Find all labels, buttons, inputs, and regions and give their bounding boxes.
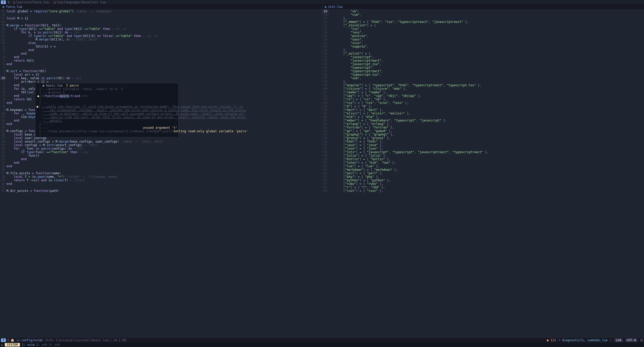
code-line[interactable]: 26 "sass", [322, 38, 644, 41]
code-line[interactable]: 59 ["julia"] = { "julia" }, [322, 154, 644, 157]
code-line[interactable]: 25 "postcss", [322, 34, 644, 38]
right-editor-pane[interactable]: ◉ init.lua 18 "sh",19 "vim",20 },21 ["_e… [322, 5, 644, 338]
buffer-tab[interactable]: ◯lua/core/funcs.lua [12, 1, 50, 4]
code-line[interactable]: 19 "vim", [322, 13, 644, 17]
code-line[interactable]: 67 ["ruby"] = { "ruby" }, [322, 182, 644, 186]
code-line[interactable]: 28 "sugarss", [322, 45, 644, 48]
code-line[interactable]: 51 ["fortran"] = { "fortran" }, [322, 126, 644, 129]
code-line[interactable]: 62 ["lua"] = { "lua" }, [322, 164, 644, 168]
code-line[interactable]: 30 ["_eslint"] = { [322, 52, 644, 55]
code-line[interactable]: 6 end [0, 55, 322, 59]
code-line[interactable]: 31 "javascript", [322, 55, 644, 59]
code-line[interactable]: 57 ["json"] = { "json" }, [322, 147, 644, 150]
code-line[interactable]: 12 if type(v) =="table" and type(tbl1[k]… [0, 34, 322, 38]
code-line[interactable]: 33 "javascript.jsx", [322, 62, 644, 66]
code-line[interactable]: 41 ["cmake"] = { "cmake" }, [322, 91, 644, 94]
code-line[interactable]: 65 ["php"] = { "php" }, [322, 175, 644, 179]
code-line[interactable]: 24 "less", [322, 31, 644, 34]
cwd-path: ~/.config/nvim/ [16, 338, 43, 342]
code-line[interactable]: 26 [0, 168, 322, 171]
code-line[interactable]: 27 "scss", [322, 41, 644, 45]
code-line[interactable]: 60 ["kotlin"] = { "kotlin" }, [322, 157, 644, 161]
code-line[interactable]: 68 ["r"] = { "r", "rmd" }, [322, 186, 644, 189]
code-line[interactable]: 56 ["java"] = { "java" }, [322, 143, 644, 147]
code-line[interactable]: 63 ["markdown"] = { "markdown" }, [322, 168, 644, 171]
code-line[interactable]: 21 ["_emmet"] = { "html", "css", "typesc… [322, 20, 644, 24]
code-line[interactable]: 32 "javascriptreact", [322, 59, 644, 62]
code-line[interactable]: 64 ["perl"] = { "perl" }, [322, 171, 644, 175]
code-line[interactable]: 61 ["latex"] = { "bib", "tex" }, [322, 161, 644, 164]
buffer-tab[interactable]: ◯lua/languages/base/init.lua [52, 1, 107, 4]
code-line[interactable]: 34 "typescript", [322, 66, 644, 69]
tmux-window[interactable]: 3: zsh [49, 343, 60, 346]
code-line[interactable]: 32M.dir_exists = function(path) [0, 189, 322, 193]
code-line[interactable]: 35 "typescriptreact", [322, 69, 644, 73]
code-line[interactable]: 18 [0, 13, 322, 17]
code-line[interactable]: 3 [0, 66, 322, 69]
code-line[interactable]: 23 end [0, 157, 322, 161]
code-line[interactable]: 22 ["_stylelint"] = { [322, 24, 644, 27]
code-line[interactable]: 10 else [0, 41, 322, 45]
code-line[interactable]: 28 local f = io.open(name, "r") :file*? … [0, 175, 322, 179]
code-line[interactable]: 20 for _, func in pairs(configs) do ← (t… [0, 147, 322, 150]
code-line[interactable]: 36 "typescript.tsx", [322, 73, 644, 76]
tmux-window[interactable]: 1: nvim [22, 343, 35, 346]
code-line[interactable]: 11 M.merge(tbl1[k], v) ← (tbl1, tbl2) [0, 38, 322, 41]
code-line[interactable]: 31 [0, 186, 322, 189]
code-line[interactable]: 38 }, [322, 80, 644, 83]
code-line[interactable]: 48 ["elm"] = { "elm" }, [322, 115, 644, 119]
code-line[interactable]: 20 }, [322, 17, 644, 20]
code-line[interactable]: 27M.file_exists = function(name) [0, 171, 322, 175]
code-line[interactable]: 20 for key, value in pairs(tbl) do ← (t) [0, 76, 322, 80]
code-line[interactable]: 9 tbl1[k] = v [0, 45, 322, 48]
code-line[interactable]: 37 "vue", [322, 76, 644, 80]
code-line[interactable]: 50 ["erlang"] = { "erlang" }, [322, 122, 644, 126]
code-line[interactable]: 49 ["ember"] = { "handlebars", "typescri… [322, 119, 644, 122]
code-line[interactable]: 2M.sort = function(tbl) [0, 69, 322, 73]
code-line[interactable]: 29 }, [322, 48, 644, 52]
code-line[interactable]: 16 [0, 20, 322, 24]
code-line[interactable]: 55 ["html"] = { "html" }, [322, 140, 644, 143]
tmux-session-name[interactable]: SYSTEM [5, 343, 20, 346]
left-code-area[interactable]: 19local global = require("core.global") … [0, 9, 322, 338]
code-line[interactable]: 23 "css", [322, 27, 644, 31]
left-editor-pane[interactable]: ◉ funcs.lua 19local global = require("co… [0, 5, 322, 338]
code-line[interactable]: 21 if type(func) =="function" then ← (v) [0, 150, 322, 154]
code-line[interactable]: 69 ["rust"] = { "rust" }, [322, 189, 644, 193]
code-line[interactable]: 47 ["elixir"] = { "elixir", "eelixir" }, [322, 112, 644, 115]
code-line[interactable]: 8 end [0, 48, 322, 52]
code-line[interactable]: 46 ["dart"] = { "dart" }, [322, 108, 644, 112]
code-line[interactable]: 5 return tbl1 [0, 59, 322, 62]
code-line[interactable]: 1 local arr = {} [0, 73, 322, 76]
code-line[interactable]: 13 for k, v in pairs(tbl2) do ← (t) [0, 31, 322, 34]
code-line[interactable]: 52 ["go"] = { "go", "gomod" }, [322, 129, 644, 133]
code-line[interactable]: 18 "sh", [322, 10, 644, 13]
tmux-window[interactable]: 2: zsh [36, 343, 47, 346]
code-line[interactable]: 22 func() [0, 154, 322, 157]
code-line[interactable]: 58 ["jsts"] = { "javascript", "typescrip… [322, 150, 644, 154]
code-line[interactable]: 18 local unsort_configs = M.merge(base_c… [0, 140, 322, 143]
diagnostics-count[interactable]: ● 111 [547, 338, 556, 342]
code-line[interactable]: 15M.merge = function(tbl1, tbl2) [0, 24, 322, 27]
code-line[interactable]: 30end [0, 182, 322, 186]
code-line[interactable]: 29 return f ~=nil and io.close(f) ← (fil… [0, 179, 322, 182]
code-line[interactable]: 25end [0, 164, 322, 168]
code-line[interactable]: 43 ["cs"] = { "cs", "vb" }, [322, 98, 644, 101]
code-line[interactable]: 24 end [0, 161, 322, 164]
code-line[interactable]: 7 end [0, 52, 322, 55]
line-number: 9 [0, 108, 7, 112]
code-line[interactable]: 17local M = {} [0, 17, 322, 20]
code-line[interactable]: 19 local configs = M.sort(unsort_configs… [0, 143, 322, 147]
code-line[interactable]: 66 ["python"] = { "python" }, [322, 179, 644, 182]
code-line[interactable]: 53 ["graphql"] = { "graphql" }, [322, 133, 644, 136]
code-line[interactable]: 54 ["groovy"] = { "groovy" }, [322, 136, 644, 140]
code-line[interactable]: 4end [0, 62, 322, 66]
code-line[interactable]: 40 ["clojure"] = { "clojure", "edn" }, [322, 87, 644, 91]
right-code-area[interactable]: 18 "sh",19 "vim",20 },21 ["_emmet"] = { … [322, 9, 644, 338]
code-line[interactable]: 42 ["cpp"] = { "c", "cpp", "objc", "objc… [322, 94, 644, 98]
code-line[interactable]: 39 ["angular"] = { "typescript", "html",… [322, 83, 644, 87]
code-line[interactable]: 14 if type(tbl1) =="table" and type(tbl2… [0, 27, 322, 31]
code-line[interactable]: 44 ["css"] = { "css", "scss", "less" }, [322, 101, 644, 105]
code-line[interactable]: 19local global = require("core.global") … [0, 10, 322, 13]
code-line[interactable]: 45 ["d"] = { "d" }, [322, 105, 644, 108]
